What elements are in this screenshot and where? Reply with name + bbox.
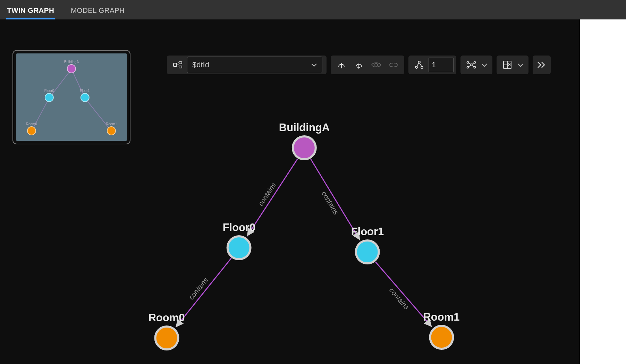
- graph-node-floor1[interactable]: Floor1: [351, 226, 384, 264]
- graph-node-circle: [355, 239, 380, 264]
- graph-node-circle: [292, 135, 317, 160]
- graph-node-room0[interactable]: Room0: [148, 312, 185, 350]
- graph-edges-layer: [0, 19, 580, 364]
- graph-node-floor0[interactable]: Floor0: [223, 221, 256, 260]
- graph-node-label: Room0: [148, 312, 185, 324]
- graph-canvas-area: $dtId: [0, 19, 580, 364]
- graph-node-label: BuildingA: [279, 121, 330, 134]
- graph-node-circle: [154, 325, 179, 350]
- graph-node-room1[interactable]: Room1: [423, 311, 459, 350]
- tab-twin-graph[interactable]: TWIN GRAPH: [6, 2, 55, 19]
- tab-model-graph[interactable]: MODEL GRAPH: [70, 2, 125, 19]
- graph-node-circle: [429, 325, 454, 350]
- graph-node-label: Room1: [423, 311, 459, 323]
- graph-node-label: Floor1: [351, 226, 384, 238]
- graph-node-label: Floor0: [223, 221, 256, 234]
- graph-node-buildinga[interactable]: BuildingA: [279, 121, 330, 160]
- tab-bar: TWIN GRAPH MODEL GRAPH: [0, 0, 626, 19]
- side-panel-placeholder: [580, 19, 626, 364]
- graph-node-circle: [227, 235, 252, 260]
